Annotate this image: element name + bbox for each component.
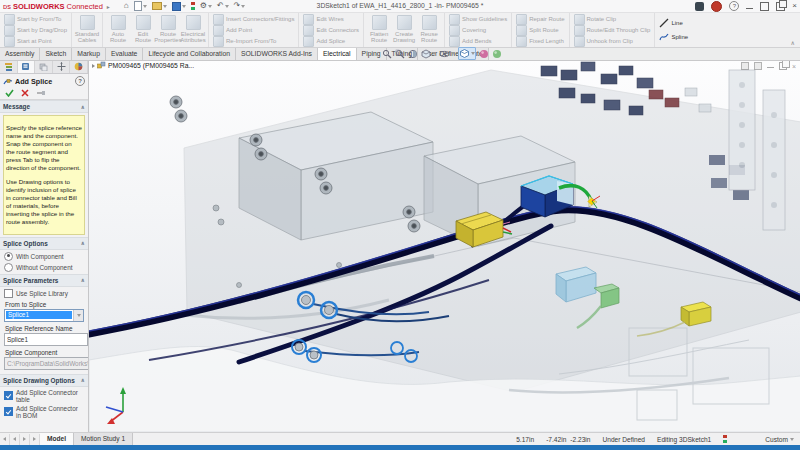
motion-study-tab[interactable]: Motion Study 1 xyxy=(74,433,133,445)
without-component-option[interactable]: Without Component xyxy=(0,261,88,274)
doc-minimize-button[interactable] xyxy=(767,67,774,68)
edit-appearance-button[interactable] xyxy=(479,49,489,59)
standard-cables-button[interactable]: Standard Cables xyxy=(76,14,98,46)
zoom-to-fit-button[interactable] xyxy=(382,49,392,59)
undo-button[interactable]: ↶ xyxy=(217,2,229,10)
use-splice-library-checkbox[interactable] xyxy=(4,289,13,298)
propertymanager-tab[interactable] xyxy=(18,60,36,73)
ribbon-collapse-icon[interactable]: ∧ xyxy=(791,39,795,46)
help-button[interactable]: ? xyxy=(729,1,739,11)
app-launcher-icon[interactable] xyxy=(695,2,704,11)
tab-addins[interactable]: SOLIDWORKS Add-Ins xyxy=(236,47,318,60)
tab-assembly[interactable]: Assembly xyxy=(0,47,40,60)
save-button[interactable] xyxy=(172,2,186,11)
tab-evaluate[interactable]: Evaluate xyxy=(106,47,143,60)
splice-options-header[interactable]: Splice Options ∧ xyxy=(0,237,88,250)
new-document-button[interactable] xyxy=(134,1,147,11)
displaymanager-tab[interactable] xyxy=(70,60,88,73)
fixed-length-button[interactable]: Fixed Length xyxy=(516,36,564,46)
radio-with-component[interactable] xyxy=(4,252,13,261)
view-orientation-button[interactable] xyxy=(458,47,476,60)
splice-parameters-header[interactable]: Splice Parameters ∧ xyxy=(0,274,88,287)
tab-markup[interactable]: Markup xyxy=(72,47,106,60)
edit-wires-button[interactable]: Edit Wires xyxy=(303,14,359,24)
message-section-header[interactable]: Message ∧ xyxy=(0,100,88,113)
feature-tree-flyout[interactable]: PM009465 (PM009465 Ra... xyxy=(92,61,194,70)
start-at-point-button[interactable]: Start at Point xyxy=(4,36,67,46)
display-style-button[interactable] xyxy=(421,49,436,59)
doc-icon[interactable] xyxy=(741,62,749,70)
route-properties-button[interactable]: Route Properties xyxy=(157,14,179,46)
add-point-button[interactable]: Add Point xyxy=(213,25,294,35)
start-by-fromto-button[interactable]: Start by From/To xyxy=(4,14,67,24)
tab-scroll-first-button[interactable] xyxy=(0,434,10,445)
restore-button[interactable] xyxy=(776,2,785,11)
use-splice-library-option[interactable]: Use Splice Library xyxy=(0,287,88,298)
home-button[interactable]: ⌂ xyxy=(124,2,129,10)
configurationmanager-tab[interactable] xyxy=(35,60,53,73)
electrical-attributes-button[interactable]: Electrical Attributes xyxy=(182,14,204,46)
route-through-clip-button[interactable]: Route/Edit Through Clip xyxy=(574,25,651,35)
redo-button[interactable]: ↷ xyxy=(234,2,246,10)
doc-icon[interactable] xyxy=(754,62,762,70)
line-tool-button[interactable]: Line xyxy=(659,18,688,28)
add-connector-table-option[interactable]: Add Splice Connector table xyxy=(0,387,88,403)
unhook-from-clip-button[interactable]: Unhook from Clip xyxy=(574,36,651,46)
close-button[interactable]: × xyxy=(792,2,797,10)
featuremanager-tab[interactable] xyxy=(0,60,18,73)
cancel-button[interactable] xyxy=(21,89,29,97)
ok-button[interactable] xyxy=(5,89,14,97)
splice-drawing-options-header[interactable]: Splice Drawing Options ∧ xyxy=(0,374,88,387)
section-view-button[interactable] xyxy=(408,49,418,59)
minimize-button[interactable] xyxy=(746,8,753,9)
split-route-button[interactable]: Split Route xyxy=(516,25,564,35)
maximize-button[interactable] xyxy=(760,2,769,11)
expand-tree-icon[interactable] xyxy=(92,64,95,68)
hide-show-items-button[interactable] xyxy=(439,49,455,59)
covering-button[interactable]: Covering xyxy=(449,25,507,35)
units-selector[interactable]: Custom xyxy=(765,436,794,443)
tab-scroll-prev-button[interactable] xyxy=(10,434,20,445)
edit-route-button[interactable]: Edit Route xyxy=(132,14,154,46)
user-avatar[interactable] xyxy=(711,1,722,12)
edit-connectors-button[interactable]: Edit Connectors xyxy=(303,25,359,35)
connector-bom-checkbox[interactable] xyxy=(4,407,13,416)
open-button[interactable] xyxy=(152,2,167,10)
tab-scroll-last-button[interactable] xyxy=(30,434,40,445)
add-bends-button[interactable]: Add Bends xyxy=(449,36,507,46)
show-guidelines-button[interactable]: Show Guidelines xyxy=(449,14,507,24)
doc-restore-button[interactable] xyxy=(779,62,787,70)
rotate-clip-button[interactable]: Rotate Clip xyxy=(574,14,651,24)
connector-table-checkbox[interactable] xyxy=(4,391,13,400)
pin-keep-visible-button[interactable] xyxy=(36,89,46,97)
radio-without-component[interactable] xyxy=(4,263,13,272)
sync-status-button[interactable] xyxy=(191,2,195,10)
insert-connectors-button[interactable]: Insert Connectors/Fittings xyxy=(213,14,294,24)
with-component-option[interactable]: With Component xyxy=(0,250,88,261)
3d-model-scene[interactable] xyxy=(89,60,800,433)
panel-help-icon[interactable]: ? xyxy=(75,76,85,86)
add-splice-button[interactable]: Add Splice xyxy=(303,36,359,46)
add-connector-bom-option[interactable]: Add Splice Connector in BOM xyxy=(0,403,88,419)
model-tab[interactable]: Model xyxy=(40,433,74,445)
dimxpertmanager-tab[interactable] xyxy=(53,60,71,73)
flatten-route-button[interactable]: Flatten Route xyxy=(368,14,390,46)
splice-reference-name-input[interactable] xyxy=(4,333,88,346)
apply-scene-button[interactable] xyxy=(492,49,502,59)
repair-route-button[interactable]: Repair Route xyxy=(516,14,564,24)
reimport-fromto-button[interactable]: Re-Import From/To xyxy=(213,36,294,46)
from-to-splice-dropdown[interactable]: Splice1 xyxy=(4,309,84,322)
reuse-route-button[interactable]: Reuse Route xyxy=(418,14,440,46)
start-by-dragdrop-button[interactable]: Start by Drag/Drop xyxy=(4,25,67,35)
spline-tool-button[interactable]: Spline xyxy=(659,32,688,42)
splice-component-path-input[interactable] xyxy=(4,357,89,370)
graphics-viewport[interactable]: PM009465 (PM009465 Ra... × xyxy=(89,60,800,433)
doc-close-button[interactable]: × xyxy=(792,63,796,70)
zoom-to-area-button[interactable] xyxy=(395,49,405,59)
tab-lifecycle[interactable]: Lifecycle and Collaboration xyxy=(143,47,236,60)
menu-expand-icon[interactable]: ▸ xyxy=(107,3,110,10)
options-button[interactable]: ⚙ xyxy=(200,2,212,10)
tab-scroll-next-button[interactable] xyxy=(20,434,30,445)
auto-route-button[interactable]: Auto Route xyxy=(107,14,129,46)
tab-sketch[interactable]: Sketch xyxy=(40,47,72,60)
